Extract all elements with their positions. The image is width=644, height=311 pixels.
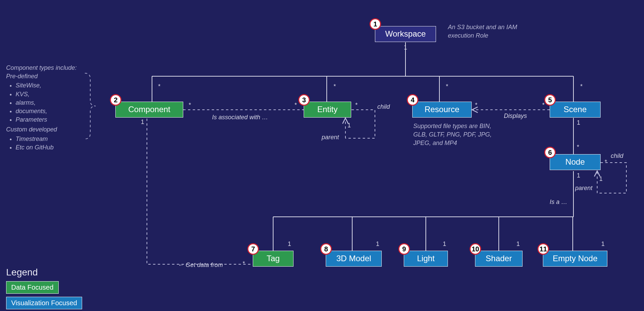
badge-resource: 4	[407, 94, 418, 106]
rel-displays: Displays	[504, 112, 527, 120]
mult-shader-1: 1	[516, 241, 520, 248]
note-component-pre-item: Parameters	[16, 116, 94, 124]
mult-entity-star-top: *	[334, 83, 336, 90]
badge-entity: 3	[298, 94, 310, 106]
mult-component-star-top: *	[158, 83, 160, 90]
rel-is-a: Is a …	[550, 199, 567, 206]
mult-node-star-top: *	[577, 144, 579, 151]
badge-light-num: 9	[402, 245, 406, 253]
mult-workspace-1: 1	[404, 44, 407, 51]
mult-light-1: 1	[443, 241, 446, 248]
node-resource-label: Resource	[424, 105, 459, 114]
mult-resource-star-right: *	[475, 102, 477, 109]
node-empty-node-label: Empty Node	[553, 254, 598, 263]
note-component-header: Component types include:	[6, 64, 94, 72]
node-node-label: Node	[565, 157, 585, 166]
rel-get-data: ← Get data from	[178, 262, 223, 269]
node-shader-label: Shader	[486, 254, 512, 263]
rel-entity-parent: parent	[322, 134, 339, 141]
note-component-pre-list: SiteWise, KVS, alarms, documents, Parame…	[16, 81, 94, 124]
badge-component: 2	[110, 94, 121, 106]
rel-node-parent: parent	[575, 185, 592, 192]
node-shader: Shader	[475, 251, 523, 267]
mult-tag-1: 1	[288, 241, 291, 248]
badge-3d-model-num: 8	[324, 245, 328, 253]
note-component-custom-item: Etc on GitHub	[16, 143, 94, 152]
note-workspace: An S3 bucket and an IAM execution Role	[448, 23, 519, 40]
badge-light: 9	[398, 243, 410, 255]
mult-scene-1: 1	[577, 119, 580, 126]
node-entity: Entity	[304, 102, 351, 118]
mult-scene-star-left: *	[542, 102, 545, 109]
badge-scene: 5	[544, 94, 556, 106]
note-component-custom: Custom developed	[6, 125, 94, 134]
node-light-label: Light	[417, 254, 435, 263]
node-resource: Resource	[412, 102, 472, 118]
rel-assoc: Is associated with …	[212, 114, 268, 121]
mult-entity-parent-1: 1	[347, 122, 351, 129]
note-component-types: Component types include: Pre-defined Sit…	[6, 64, 94, 153]
legend-title: Legend	[6, 267, 38, 278]
note-component-custom-item: Timestream	[16, 135, 94, 143]
note-component-pre-item: documents,	[16, 107, 94, 116]
badge-workspace-num: 1	[373, 20, 377, 28]
badge-scene-num: 5	[548, 96, 552, 104]
mult-scene-star-top: *	[580, 83, 583, 90]
note-component-pre-item: KVS,	[16, 90, 94, 99]
node-component: Component	[115, 102, 183, 118]
mult-tag-star: *	[243, 260, 245, 267]
legend-viz-focused: Visualization Focused	[6, 297, 82, 309]
rel-node-child: child	[611, 152, 623, 160]
mult-entity-star-left: *	[295, 102, 297, 109]
node-entity-label: Entity	[317, 105, 338, 114]
mult-node-parent-1: 1	[599, 175, 603, 183]
badge-shader-num: 10	[472, 245, 479, 253]
node-workspace: Workspace	[375, 26, 436, 42]
badge-empty-node-num: 11	[539, 245, 547, 253]
node-3d-model-label: 3D Model	[336, 254, 371, 263]
badge-resource-num: 4	[411, 96, 414, 104]
badge-node-num: 6	[548, 149, 552, 157]
node-scene-label: Scene	[564, 105, 587, 114]
note-component-pre-item: SiteWise,	[16, 81, 94, 90]
node-tag-label: Tag	[267, 254, 280, 263]
badge-component-num: 2	[114, 96, 117, 104]
node-empty-node: Empty Node	[543, 251, 607, 267]
node-component-label: Component	[128, 105, 170, 114]
mult-empty-1: 1	[601, 241, 605, 248]
node-scene: Scene	[550, 102, 601, 118]
node-node: Node	[550, 154, 601, 170]
note-component-custom-list: Timestream Etc on GitHub	[16, 135, 94, 152]
mult-resource-star-top: *	[446, 83, 448, 90]
mult-component-1: 1	[141, 119, 144, 126]
badge-node: 6	[544, 147, 556, 158]
mult-node-star-right: *	[605, 159, 607, 166]
node-tag: Tag	[253, 251, 293, 267]
mult-entity-star-right: *	[355, 102, 358, 109]
note-resource: Supported file types are BIN, GLB, GLTF,…	[413, 122, 498, 148]
badge-empty-node: 11	[537, 243, 549, 255]
mult-3d-1: 1	[376, 241, 379, 248]
badge-tag: 7	[247, 243, 259, 255]
node-workspace-label: Workspace	[385, 29, 426, 38]
rel-entity-child: child	[377, 103, 390, 110]
badge-entity-num: 3	[302, 96, 306, 104]
note-component-pre-item: alarms,	[16, 99, 94, 107]
badge-shader: 10	[470, 243, 481, 255]
badge-workspace: 1	[370, 18, 381, 30]
badge-3d-model: 8	[320, 243, 332, 255]
note-component-pre: Pre-defined	[6, 72, 94, 81]
mult-component-star-right: *	[189, 102, 191, 109]
node-3d-model: 3D Model	[326, 251, 382, 267]
badge-tag-num: 7	[251, 245, 255, 253]
node-light: Light	[404, 251, 448, 267]
mult-node-1: 1	[577, 172, 580, 179]
legend-data-focused: Data Focused	[6, 281, 59, 294]
